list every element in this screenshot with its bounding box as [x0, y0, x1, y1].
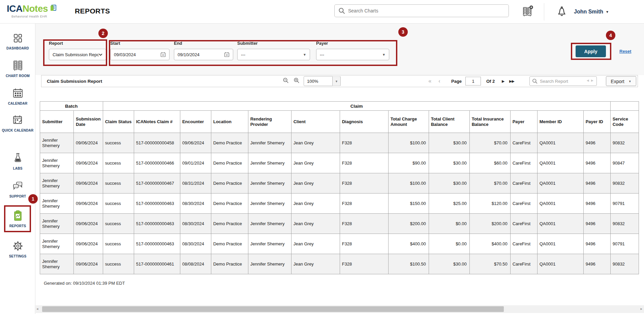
column-header: Submitter	[40, 111, 74, 133]
column-header: ICANotes Claim #	[134, 111, 180, 133]
previous-page-button[interactable]: ‹	[438, 78, 440, 84]
cell: success	[103, 194, 134, 214]
export-button[interactable]: Export ▼	[606, 76, 636, 86]
end-date-input[interactable]: 09/10/2024 30	[174, 49, 233, 60]
column-header: Location	[211, 111, 248, 133]
sidebar-label-calendar: CALENDAR	[0, 101, 35, 106]
first-page-button[interactable]: «	[428, 78, 431, 84]
sidebar-item-labs[interactable]: LABS	[0, 152, 35, 171]
report-filter-label: Report	[49, 41, 106, 46]
cell: F328	[340, 153, 388, 173]
search-prev-next-arrows[interactable]: ◀ ▶	[587, 79, 594, 82]
sidebar-item-support[interactable]: SUPPORT	[0, 180, 35, 199]
search-charts-field	[334, 4, 509, 17]
sidebar-label-labs: LABS	[0, 166, 35, 171]
header-divider	[544, 3, 544, 21]
calendar-date-icon: 30	[224, 52, 229, 57]
table-row: Jennifer Shemery09/06/2024success517-000…	[40, 214, 639, 234]
cell: 90832	[610, 254, 639, 274]
sidebar-item-quick-calendar[interactable]: QUICK CALENDAR	[0, 114, 35, 133]
generated-timestamp: Generated on: 09/10/2024 01:39 PM EDT	[44, 281, 125, 286]
logo-document-icon	[49, 3, 58, 14]
column-header: Service Code	[610, 111, 639, 133]
cell: Demo Practice	[211, 153, 248, 173]
horizontal-scrollbar[interactable]: ◂ ▸	[35, 305, 644, 313]
cell: $120.00	[469, 194, 510, 214]
cell: Jean Grey	[291, 234, 340, 254]
sidebar-item-calendar[interactable]: CALENDAR	[0, 87, 35, 106]
scroll-left-arrow-icon[interactable]: ◂	[36, 307, 38, 311]
logo-text-ica: ICA	[7, 3, 23, 14]
svg-text:30: 30	[162, 54, 164, 56]
submitter-select[interactable]: --- ▼	[237, 49, 310, 60]
cell: $60.00	[469, 153, 510, 173]
last-page-button[interactable]: ▶▶	[509, 79, 514, 83]
zoom-out-icon[interactable]	[283, 77, 289, 85]
top-header: ICANotes Behavioral Health EHR REPORTS	[0, 0, 644, 24]
page-number-input[interactable]	[465, 77, 481, 85]
chevron-down-icon: ▾	[606, 9, 608, 14]
reports-icon	[0, 209, 35, 222]
cell: 9496	[583, 133, 610, 153]
new-chart-cabinet-button[interactable]	[521, 5, 534, 19]
cell: 90847	[610, 153, 639, 173]
sidebar-label-support: SUPPORT	[0, 194, 35, 199]
cell: success	[103, 214, 134, 234]
cell: 517-000000000463	[134, 234, 180, 254]
column-header: Claim Status	[103, 111, 134, 133]
notifications-bell-button[interactable]	[555, 5, 568, 19]
cell: 517-000000000466	[134, 153, 180, 173]
cell: Jennifer Shemery	[248, 194, 291, 214]
cell: $90.00	[388, 153, 429, 173]
user-menu[interactable]: John Smith ▾	[574, 0, 608, 24]
cell: Jennifer Shemery	[248, 133, 291, 153]
cell: $400.00	[388, 234, 429, 254]
column-header: Rendering Provider	[248, 111, 291, 133]
payer-select[interactable]: --- ▼	[316, 49, 389, 60]
search-charts-input[interactable]	[334, 4, 509, 17]
scroll-right-arrow-icon[interactable]: ▸	[640, 307, 642, 311]
zoom-level-combo: 100% ▼	[304, 76, 341, 86]
sidebar-item-dashboard[interactable]: DASHBOARD	[0, 32, 35, 50]
sidebar-item-reports[interactable]: REPORTS	[0, 209, 35, 228]
cell: Jennifer Shemery	[248, 173, 291, 194]
cell: Jennifer Shemery	[40, 214, 74, 234]
table-row: Jennifer Shemery09/06/2024success517-000…	[40, 153, 639, 173]
cell: Demo Practice	[211, 133, 248, 153]
column-header: Encounter	[180, 111, 211, 133]
cell: 09/06/2024	[74, 153, 103, 173]
apply-button[interactable]: Apply	[576, 45, 606, 57]
column-header: Submission Date	[74, 111, 103, 133]
next-page-button[interactable]: ▶	[502, 79, 504, 83]
sidebar-label-settings: SETTINGS	[0, 254, 35, 258]
cell: $70.50	[469, 254, 510, 274]
zoom-level-dropdown-button[interactable]: ▼	[333, 76, 341, 86]
cell: CareFirst	[510, 214, 537, 234]
zoom-in-icon[interactable]	[294, 77, 300, 85]
report-select[interactable]: Claim Submission Repo	[49, 49, 106, 60]
cell: QA0001	[537, 234, 583, 254]
cell: 09/06/2024	[74, 194, 103, 214]
cell: $100.00	[388, 173, 429, 194]
cell: Jennifer Shemery	[248, 234, 291, 254]
sidebar-item-settings[interactable]: SETTINGS	[0, 240, 35, 258]
quick-calendar-icon	[0, 114, 35, 127]
cell: F328	[340, 254, 388, 274]
cell: 09/06/2024	[74, 133, 103, 153]
reset-link[interactable]: Reset	[619, 49, 631, 54]
scrollbar-thumb[interactable]	[42, 306, 504, 312]
sidebar-item-chart-room[interactable]: CHART ROOM	[0, 59, 35, 78]
cell: Jean Grey	[291, 133, 340, 153]
cell: Jean Grey	[291, 194, 340, 214]
cell: QA0001	[537, 194, 583, 214]
cell: success	[103, 153, 134, 173]
user-name: John Smith	[574, 9, 603, 15]
support-icon	[0, 180, 35, 193]
dropdown-arrow-icon: ▼	[628, 79, 632, 83]
icanotes-logo[interactable]: ICANotes Behavioral Health EHR	[7, 3, 58, 18]
cell: Jennifer Shemery	[248, 153, 291, 173]
cell: 08/31/2024	[180, 173, 211, 194]
zoom-level-value[interactable]: 100%	[304, 76, 333, 86]
cell: 90832	[610, 173, 639, 194]
start-date-input[interactable]: 09/03/2024 30	[110, 49, 170, 60]
